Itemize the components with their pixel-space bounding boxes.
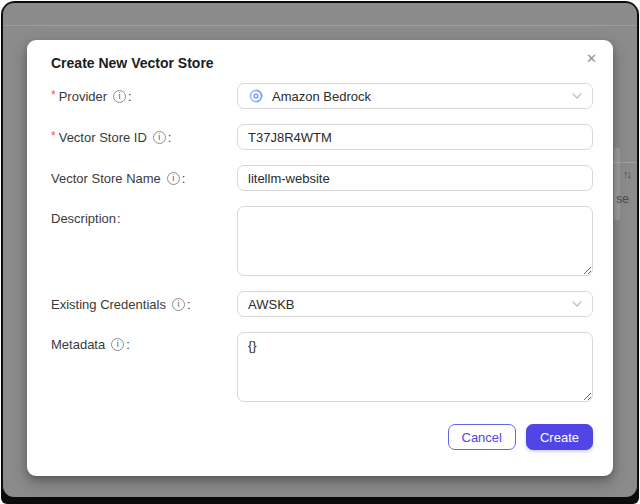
- colon: :: [117, 211, 121, 226]
- description-textarea[interactable]: [237, 206, 593, 276]
- provider-select-value: Amazon Bedrock: [272, 89, 564, 104]
- chevron-down-icon: [572, 301, 582, 307]
- existing-credentials-select[interactable]: AWSKB: [237, 291, 593, 317]
- field-row-description: Description:: [51, 206, 593, 276]
- field-row-vector-store-id: *Vector Store IDi:: [51, 124, 593, 150]
- field-row-provider: *Provideri: Amazon Bedrock: [51, 83, 593, 109]
- modal-body: *Provideri: Amazon Bedrock: [27, 71, 613, 450]
- background-panel-edge: [614, 148, 620, 220]
- chevron-down-icon: [572, 93, 582, 99]
- colon: :: [187, 297, 191, 312]
- field-row-existing-credentials: Existing Credentialsi: AWSKB: [51, 291, 593, 317]
- vector-store-id-label-text: Vector Store ID: [59, 130, 147, 145]
- required-marker: *: [51, 129, 56, 143]
- existing-credentials-label: Existing Credentialsi:: [51, 297, 237, 312]
- vector-store-name-input[interactable]: [237, 165, 593, 191]
- provider-label: *Provideri:: [51, 89, 237, 104]
- colon: :: [182, 171, 186, 186]
- info-icon[interactable]: i: [167, 172, 180, 185]
- provider-label-text: Provider: [59, 89, 107, 104]
- colon: :: [128, 89, 132, 104]
- existing-credentials-label-text: Existing Credentials: [51, 297, 166, 312]
- modal-title: Create New Vector Store: [27, 40, 613, 71]
- required-marker: *: [51, 88, 56, 102]
- background-header-divider: [3, 25, 637, 26]
- cancel-button[interactable]: Cancel: [448, 424, 516, 450]
- description-label: Description:: [51, 206, 237, 226]
- vector-store-name-label-text: Vector Store Name: [51, 171, 161, 186]
- modal-footer: Cancel Create: [51, 424, 593, 450]
- metadata-label: Metadatai:: [51, 332, 237, 352]
- metadata-textarea[interactable]: {}: [237, 332, 593, 402]
- existing-credentials-select-value: AWSKB: [248, 297, 564, 312]
- background-clipped-text: se: [616, 192, 629, 206]
- vector-store-id-input[interactable]: [237, 124, 593, 150]
- bedrock-swirl-icon: [248, 88, 264, 104]
- field-row-vector-store-name: Vector Store Namei:: [51, 165, 593, 191]
- info-icon[interactable]: i: [113, 90, 126, 103]
- colon: :: [168, 130, 172, 145]
- vector-store-id-label: *Vector Store IDi:: [51, 130, 237, 145]
- metadata-label-text: Metadata: [51, 337, 105, 352]
- sort-icon: ↑↓: [623, 168, 630, 180]
- description-label-text: Description: [51, 211, 116, 226]
- create-vector-store-modal: ✕ Create New Vector Store *Provideri: Am…: [27, 40, 613, 476]
- create-button[interactable]: Create: [526, 424, 593, 450]
- info-icon[interactable]: i: [111, 338, 124, 351]
- colon: :: [126, 337, 130, 352]
- provider-select[interactable]: Amazon Bedrock: [237, 83, 593, 109]
- background-table-line: [609, 162, 637, 163]
- close-icon[interactable]: ✕: [586, 52, 597, 65]
- field-row-metadata: Metadatai: {}: [51, 332, 593, 402]
- vector-store-name-label: Vector Store Namei:: [51, 171, 237, 186]
- info-icon[interactable]: i: [153, 131, 166, 144]
- info-icon[interactable]: i: [172, 298, 185, 311]
